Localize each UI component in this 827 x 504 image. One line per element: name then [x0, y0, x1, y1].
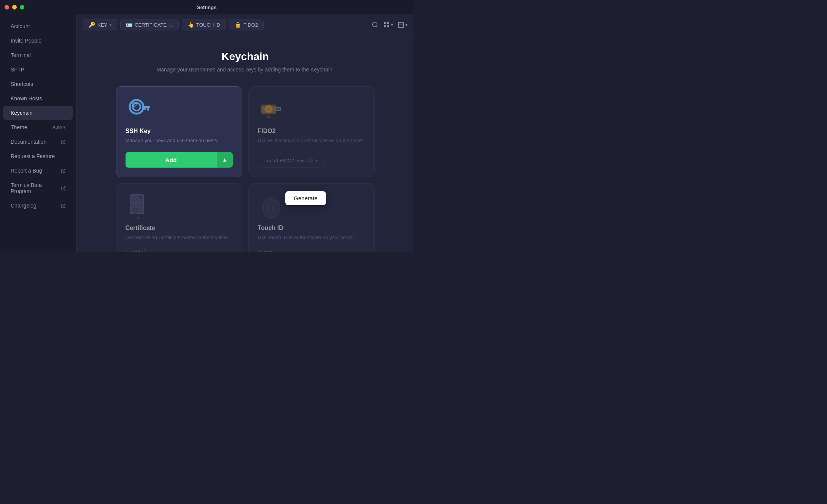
tab-fido2[interactable]: 🔒FIDO2: [229, 19, 264, 30]
import-fido2-chevron: ▾: [315, 158, 318, 163]
touch-id-add-label: Add: [264, 249, 272, 252]
sidebar-item-shortcuts[interactable]: Shortcuts: [3, 77, 73, 91]
tab-icon-certificate: 🪪: [126, 22, 132, 28]
sidebar-item-request-feature[interactable]: Request a Feature: [3, 149, 73, 163]
sidebar-item-label-changelog: Changelog: [11, 203, 61, 209]
sidebar-item-right-documentation: [61, 140, 65, 144]
certificate-card-desc: Connect using Certificate-based authenti…: [126, 234, 229, 241]
tab-label-touch-id: TOUCH ID: [196, 22, 220, 28]
certificate-icon: [126, 193, 152, 219]
certificate-add-row[interactable]: + Add ⓘ: [126, 249, 147, 252]
search-button[interactable]: [372, 21, 379, 28]
sidebar-item-right-report-bug: [61, 169, 65, 173]
sidebar-item-right-changelog: [61, 204, 65, 208]
ssh-key-card-title: SSH Key: [126, 128, 151, 135]
sidebar-item-sftp[interactable]: SFTP: [3, 63, 73, 76]
sidebar-item-label-terminal: Terminal: [11, 52, 65, 58]
svg-rect-29: [132, 204, 138, 206]
keychain-subtitle: Manage your usernames and access keys by…: [156, 67, 334, 73]
tabs-bar: 🔑KEY▾🪪CERTIFICATEⓘ👆TOUCH ID🔒FIDO2 ▾ ▾: [77, 14, 414, 35]
svg-rect-9: [398, 22, 404, 28]
svg-point-34: [267, 202, 275, 213]
tab-label-certificate: CERTIFICATE: [135, 22, 167, 28]
svg-rect-8: [387, 25, 389, 27]
title-bar: Settings: [0, 0, 414, 14]
touch-id-add-row[interactable]: + Add: [258, 249, 272, 252]
fido2-icon: [258, 96, 285, 122]
svg-point-23: [267, 107, 270, 111]
close-button[interactable]: [5, 5, 9, 10]
sidebar-item-report-bug[interactable]: Report a Bug: [3, 164, 73, 178]
certificate-card-title: Certificate: [126, 225, 155, 231]
card-certificate: Certificate Connect using Certificate-ba…: [116, 183, 242, 252]
sidebar-item-label-account: Account: [11, 23, 65, 29]
sidebar-item-label-theme: Theme: [11, 124, 52, 130]
sidebar-item-terminal[interactable]: Terminal: [3, 48, 73, 62]
card-ssh-key: SSH Key Manage your keys and use them on…: [116, 86, 242, 177]
sidebar-item-documentation[interactable]: Documentation: [3, 135, 73, 149]
tab-key[interactable]: 🔑KEY▾: [83, 19, 117, 30]
tab-chevron-key: ▾: [110, 23, 111, 27]
sidebar-item-termius-beta[interactable]: Termius Beta Program: [3, 178, 73, 198]
sidebar: AccountInvite PeopleTerminalSFTPShortcut…: [0, 14, 76, 252]
sidebar-item-keychain[interactable]: Keychain: [3, 106, 73, 120]
sidebar-item-label-sftp: SFTP: [11, 67, 65, 73]
add-btn-row: Add ▲: [126, 152, 233, 168]
sidebar-item-label-known-hosts: Known Hosts: [11, 95, 65, 101]
sidebar-item-right-theme: Auto ▾: [52, 125, 65, 130]
keychain-area: Keychain Manage your usernames and acces…: [77, 35, 414, 252]
import-fido2-info-icon: ⓘ: [308, 157, 313, 164]
ssh-key-add-button[interactable]: Add: [126, 152, 217, 168]
sidebar-item-label-request-feature: Request a Feature: [11, 153, 65, 159]
sidebar-item-label-invite-people: Invite People: [11, 38, 65, 44]
svg-rect-7: [384, 25, 386, 27]
certificate-add-label: Add: [131, 249, 140, 252]
ssh-key-add-chevron[interactable]: ▲: [217, 152, 233, 168]
import-fido-row: Import FIDO2 keys ⓘ ▾: [258, 154, 324, 168]
svg-line-0: [63, 140, 65, 142]
grid-view-button[interactable]: ▾: [383, 21, 393, 28]
tab-certificate[interactable]: 🪪CERTIFICATEⓘ: [120, 19, 179, 30]
maximize-button[interactable]: [20, 5, 24, 10]
main-content: 🔑KEY▾🪪CERTIFICATEⓘ👆TOUCH ID🔒FIDO2 ▾ ▾ Ke…: [77, 14, 414, 252]
sidebar-item-theme[interactable]: ThemeAuto ▾: [3, 120, 73, 134]
svg-rect-5: [384, 22, 386, 24]
touch-id-card-desc: Use Touch ID to authenticate on your ser…: [258, 234, 355, 241]
svg-point-31: [133, 208, 138, 213]
ssh-key-card-desc: Manage your keys and use them on hosts.: [126, 137, 219, 144]
sidebar-item-known-hosts[interactable]: Known Hosts: [3, 92, 73, 105]
svg-rect-25: [276, 108, 280, 110]
sidebar-item-label-keychain: Keychain: [11, 110, 65, 116]
sidebar-item-label-report-bug: Report a Bug: [11, 168, 61, 174]
svg-line-3: [63, 204, 65, 206]
certificate-add-icon: +: [126, 249, 129, 252]
svg-rect-28: [132, 202, 141, 203]
tab-icon-fido2: 🔒: [235, 22, 241, 28]
sidebar-item-invite-people[interactable]: Invite People: [3, 34, 73, 48]
svg-point-13: [130, 100, 143, 114]
import-fido2-button[interactable]: Import FIDO2 keys ⓘ ▾: [258, 154, 324, 168]
window-title: Settings: [197, 5, 216, 10]
svg-rect-15: [142, 106, 150, 108]
app-body: AccountInvite PeopleTerminalSFTPShortcut…: [0, 14, 414, 252]
tab-touch-id[interactable]: 👆TOUCH ID: [182, 19, 226, 30]
ssh-key-icon: [126, 96, 152, 122]
sidebar-item-account[interactable]: Account: [3, 19, 73, 33]
svg-line-1: [63, 169, 65, 171]
sidebar-item-label-documentation: Documentation: [11, 139, 61, 145]
card-fido2: FIDO2 Use FIDO2 keys to authenticate on …: [248, 86, 375, 177]
sidebar-item-label-termius-beta: Termius Beta Program: [11, 182, 61, 194]
sidebar-item-changelog[interactable]: Changelog: [3, 199, 73, 212]
fido2-card-desc: Use FIDO2 keys to authenticate on your s…: [258, 137, 365, 144]
svg-rect-16: [147, 108, 149, 111]
tabs-right: ▾ ▾: [372, 21, 407, 28]
tab-info-certificate: ⓘ: [169, 22, 173, 28]
svg-line-2: [63, 186, 65, 189]
calendar-view-button[interactable]: ▾: [398, 21, 407, 28]
generate-dropdown[interactable]: Generate: [285, 191, 326, 205]
touch-id-card-title: Touch ID: [258, 225, 283, 231]
touch-id-icon: [258, 193, 285, 219]
minimize-button[interactable]: [12, 5, 17, 10]
svg-point-35: [270, 205, 273, 210]
svg-rect-6: [387, 22, 389, 24]
